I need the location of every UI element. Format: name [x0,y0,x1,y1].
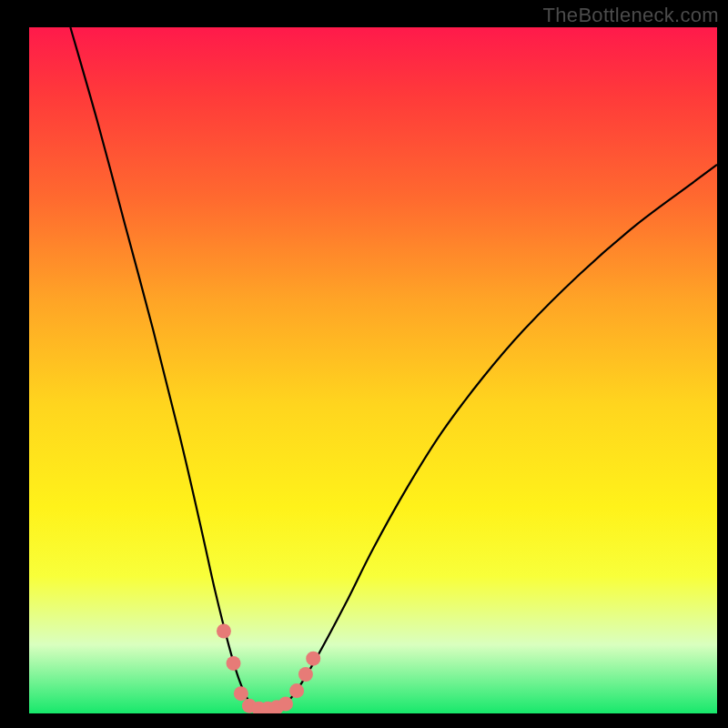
plot-area [29,27,717,713]
bottleneck-curve [70,27,717,710]
watermark-text: TheBottleneck.com [543,4,719,27]
marker-dot [234,686,248,701]
highlight-dots [217,624,320,713]
chart-frame: TheBottleneck.com [0,0,728,728]
marker-dot [278,696,293,711]
marker-dot [217,624,231,639]
marker-dot [306,652,320,666]
marker-dot [227,656,241,671]
chart-svg [29,27,717,713]
marker-dot [289,683,304,698]
marker-dot [298,667,313,682]
